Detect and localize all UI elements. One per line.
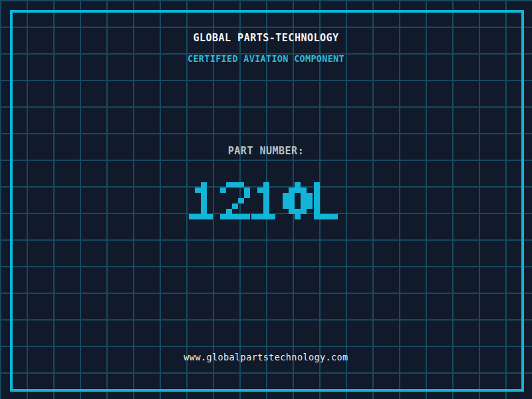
pixel-cell: [307, 203, 313, 209]
part-certificate-card: GLOBAL PARTS-TECHNOLOGY CERTIFIED AVIATI…: [0, 0, 532, 399]
pixel-cell: [207, 214, 213, 219]
certification-tagline: CERTIFIED AVIATION COMPONENT: [0, 55, 532, 64]
part-number-display: [0, 182, 532, 219]
pixel-cell: [301, 198, 307, 203]
pixel-cell: [189, 214, 195, 219]
pixel-cell: [263, 209, 269, 214]
pixel-cell: [314, 214, 320, 219]
pixel-cell: [238, 182, 244, 188]
pixel-cell: [263, 198, 269, 203]
pixel-cell: [269, 214, 275, 219]
part-number-glyph: [220, 182, 250, 219]
pixel-cell: [314, 193, 320, 198]
pixel-cell: [201, 193, 207, 198]
pixel-cell: [220, 188, 226, 193]
pixel-cell: [201, 203, 207, 209]
pixel-cell: [301, 193, 307, 198]
pixel-cell: [283, 203, 289, 209]
pixel-cell: [320, 214, 326, 219]
pixel-cell: [332, 214, 338, 219]
pixel-cell: [232, 182, 238, 188]
pixel-cell: [220, 214, 226, 219]
pixel-cell: [263, 203, 269, 209]
pixel-cell: [238, 198, 244, 203]
pixel-cell: [289, 193, 295, 198]
pixel-cell: [326, 214, 332, 219]
pixel-cell: [263, 193, 269, 198]
pixel-cell: [295, 188, 301, 193]
pixel-cell: [244, 193, 250, 198]
pixel-cell: [263, 188, 269, 193]
pixel-cell: [314, 198, 320, 203]
pixel-cell: [283, 193, 289, 198]
pixel-cell: [226, 209, 232, 214]
pixel-cell: [226, 214, 232, 219]
pixel-cell: [314, 209, 320, 214]
pixel-cell: [289, 209, 295, 214]
pixel-cell: [201, 209, 207, 214]
part-number-label: PART NUMBER:: [0, 146, 532, 156]
pixel-cell: [195, 188, 201, 193]
pixel-cell: [244, 188, 250, 193]
pixel-cell: [283, 198, 289, 203]
pixel-cell: [226, 182, 232, 188]
pixel-cell: [232, 203, 238, 209]
pixel-cell: [307, 193, 313, 198]
pixel-cell: [301, 188, 307, 193]
pixel-cell: [295, 214, 301, 219]
pixel-cell: [263, 214, 269, 219]
pixel-cell: [201, 188, 207, 193]
pixel-cell: [257, 214, 263, 219]
pixel-cell: [251, 214, 257, 219]
pixel-cell: [238, 214, 244, 219]
pixel-cell: [244, 214, 250, 219]
pixel-cell: [301, 203, 307, 209]
pixel-cell: [263, 182, 269, 188]
pixel-cell: [314, 203, 320, 209]
part-number-glyph: [251, 182, 281, 219]
pixel-cell: [314, 188, 320, 193]
pixel-cell: [289, 203, 295, 209]
pixel-cell: [295, 182, 301, 188]
pixel-cell: [289, 188, 295, 193]
pixel-cell: [301, 209, 307, 214]
pixel-cell: [232, 214, 238, 219]
pixel-cell: [295, 209, 301, 214]
pixel-cell: [257, 188, 263, 193]
pixel-cell: [201, 214, 207, 219]
pixel-cell: [195, 214, 201, 219]
part-number-glyph: [189, 182, 219, 219]
pixel-cell: [307, 198, 313, 203]
pixel-cell: [201, 182, 207, 188]
website-url: www.globalpartstechnology.com: [0, 353, 532, 362]
pixel-cell: [289, 198, 295, 203]
part-number-glyph: [314, 182, 344, 219]
pixel-cell: [201, 198, 207, 203]
pixel-cell: [314, 182, 320, 188]
part-number-glyph: [283, 182, 313, 219]
company-name: GLOBAL PARTS-TECHNOLOGY: [0, 33, 532, 43]
